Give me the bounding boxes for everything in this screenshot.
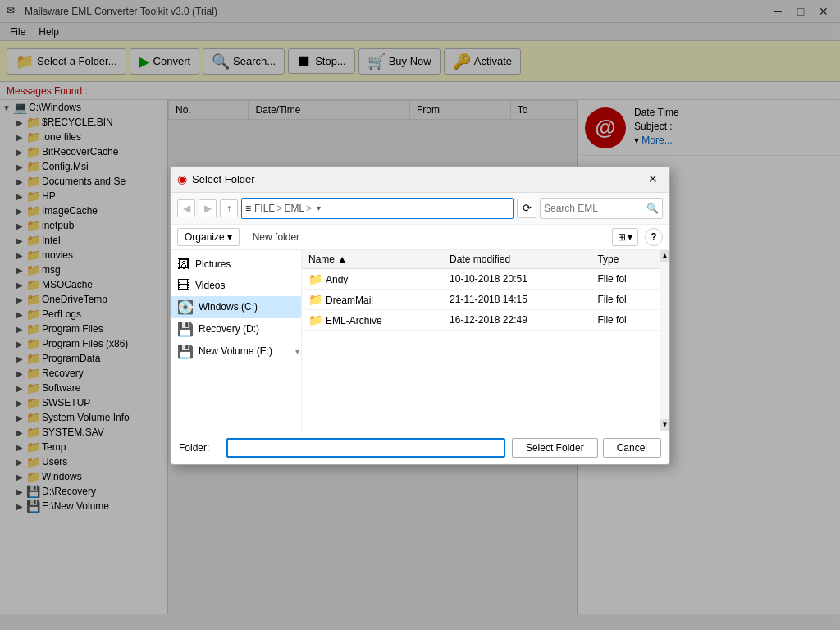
dialog-footer: Folder: Select Folder Cancel — [171, 431, 669, 464]
pictures-icon: 🖼 — [177, 257, 190, 272]
cancel-button[interactable]: Cancel — [603, 438, 661, 458]
sidebar-item-pictures[interactable]: 🖼 Pictures — [171, 253, 301, 275]
view-icon: ⊞ — [618, 231, 626, 243]
dialog-title-icon: ◉ — [177, 172, 187, 185]
address-prefix: ≡ — [245, 203, 251, 214]
select-folder-confirm-button[interactable]: Select Folder — [512, 438, 598, 458]
nav-back-button[interactable]: ◀ — [177, 199, 195, 217]
sidebar-item-pictures-label: Pictures — [195, 258, 231, 270]
dialog-title-text: Select Folder — [192, 173, 643, 185]
address-breadcrumb1: FILE — [254, 203, 275, 214]
sidebar-item-new-volume-e-label: New Volume (E:) — [199, 345, 272, 357]
dialog-file-table: Name ▲ Date modified Type 📁Andy10-10-201… — [302, 250, 660, 331]
sort-arrow: ▲ — [337, 253, 347, 265]
refresh-button[interactable]: ⟳ — [517, 199, 536, 218]
scroll-up-button[interactable]: ▲ — [660, 250, 670, 262]
dialog-content: 🖼 Pictures 🎞 Videos 💽 Windows (C:) 💾 Rec… — [171, 250, 669, 431]
scroll-down-button[interactable]: ▼ — [660, 419, 670, 431]
address-dropdown[interactable]: ▾ — [317, 203, 321, 212]
modal-overlay: ◉ Select Folder ✕ ◀ ▶ ↑ ≡ FILE > EML > ▾… — [0, 0, 840, 630]
search-box[interactable]: 🔍 — [540, 198, 663, 219]
sidebar-item-recovery-d-label: Recovery (D:) — [199, 323, 259, 335]
file-type-cell: File fol — [591, 309, 660, 330]
organize-label: Organize — [185, 231, 225, 243]
file-folder-icon: 📁 — [308, 293, 322, 306]
file-name-cell: 📁EML-Archive — [302, 309, 443, 330]
dialog-toolbar: Organize ▾ New folder ⊞ ▾ ? — [171, 225, 669, 250]
file-type-cell: File fol — [591, 268, 660, 289]
search-input[interactable] — [544, 203, 646, 214]
view-button[interactable]: ⊞ ▾ — [612, 228, 638, 246]
address-bar[interactable]: ≡ FILE > EML > ▾ — [241, 198, 514, 219]
col-date-modified[interactable]: Date modified — [443, 250, 591, 269]
file-type-cell: File fol — [591, 289, 660, 309]
folder-label: Folder: — [179, 442, 220, 454]
file-date-cell: 21-11-2018 14:15 — [443, 289, 591, 309]
file-name-cell: 📁Andy — [302, 268, 443, 289]
organize-button[interactable]: Organize ▾ — [177, 228, 240, 246]
dialog-scrollbar[interactable]: ▲ ▼ — [660, 250, 669, 431]
dialog-file-row-0[interactable]: 📁Andy10-10-2018 20:51File fol — [302, 268, 660, 289]
sidebar-item-videos-label: Videos — [195, 280, 225, 291]
nav-up-button[interactable]: ↑ — [220, 199, 238, 217]
drive-d-icon: 💾 — [177, 322, 194, 337]
dialog-close-button[interactable]: ✕ — [643, 170, 663, 188]
drive-e-icon: 💾 — [177, 344, 194, 359]
help-button[interactable]: ? — [645, 228, 663, 246]
new-folder-button[interactable]: New folder — [246, 229, 306, 245]
sidebar-item-windows-c-label: Windows (C:) — [199, 301, 258, 313]
dialog-nav: ◀ ▶ ↑ ≡ FILE > EML > ▾ ⟳ 🔍 — [171, 193, 669, 225]
sidebar-item-new-volume-e[interactable]: 💾 New Volume (E:) ▾ — [171, 340, 301, 363]
sidebar-item-videos[interactable]: 🎞 Videos — [171, 275, 301, 296]
new-volume-dropdown[interactable]: ▾ — [295, 347, 299, 356]
drive-c-icon: 💽 — [177, 299, 194, 315]
file-folder-icon: 📁 — [308, 272, 322, 285]
col-name[interactable]: Name ▲ — [302, 250, 443, 269]
sidebar-item-windows-c[interactable]: 💽 Windows (C:) — [171, 296, 301, 318]
dialog-file-list[interactable]: Name ▲ Date modified Type 📁Andy10-10-201… — [302, 250, 660, 431]
dialog-action-buttons: Select Folder Cancel — [512, 438, 661, 458]
dialog-titlebar: ◉ Select Folder ✕ — [171, 167, 669, 193]
col-type[interactable]: Type — [591, 250, 660, 269]
nav-forward-button[interactable]: ▶ — [199, 199, 217, 217]
dialog-file-row-2[interactable]: 📁EML-Archive16-12-2018 22:49File fol — [302, 309, 660, 330]
search-icon: 🔍 — [646, 203, 659, 214]
file-date-cell: 10-10-2018 20:51 — [443, 268, 591, 289]
videos-icon: 🎞 — [177, 278, 190, 293]
dialog-main-area: Name ▲ Date modified Type 📁Andy10-10-201… — [302, 250, 669, 431]
dialog-sidebar[interactable]: 🖼 Pictures 🎞 Videos 💽 Windows (C:) 💾 Rec… — [171, 250, 302, 431]
select-folder-dialog: ◉ Select Folder ✕ ◀ ▶ ↑ ≡ FILE > EML > ▾… — [170, 166, 670, 465]
view-dropdown-icon: ▾ — [628, 231, 632, 243]
folder-input[interactable] — [226, 438, 505, 458]
file-date-cell: 16-12-2018 22:49 — [443, 309, 591, 330]
organize-dropdown-icon: ▾ — [227, 231, 232, 243]
file-folder-icon: 📁 — [308, 313, 322, 326]
file-name-cell: 📁DreamMail — [302, 289, 443, 309]
address-breadcrumb2: EML — [284, 203, 304, 214]
sidebar-item-recovery-d[interactable]: 💾 Recovery (D:) — [171, 318, 301, 340]
dialog-file-row-1[interactable]: 📁DreamMail21-11-2018 14:15File fol — [302, 289, 660, 309]
